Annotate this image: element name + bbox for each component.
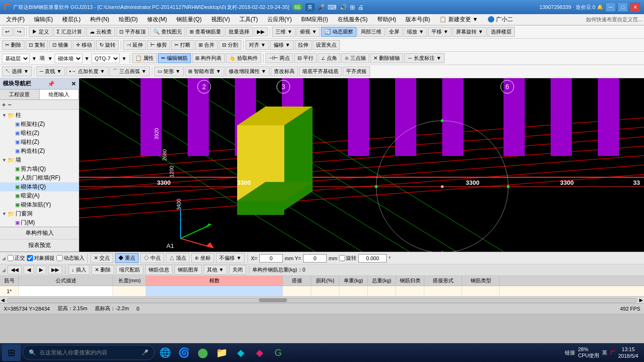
orthogonal-check[interactable]: 正交 bbox=[8, 255, 25, 262]
component-list-btn[interactable]: ⊞ 构件列表 bbox=[192, 53, 225, 63]
coord-btn[interactable]: ⊕ 坐标 bbox=[191, 253, 214, 263]
menu-online[interactable]: 在线服务(S) bbox=[333, 14, 372, 25]
screen-rotate-btn[interactable]: 屏幕旋转 ▼ bbox=[453, 27, 487, 37]
taskbar-app-app3[interactable]: G bbox=[270, 344, 287, 361]
tree-node-dark-col[interactable]: ▣ 暗柱(Z) bbox=[0, 129, 79, 138]
view-rebar-btn[interactable]: ⊞ 查看钢筋量 bbox=[186, 27, 224, 37]
insert-btn[interactable]: ↓ 插入 bbox=[68, 265, 90, 275]
dynamic-input-checkbox[interactable] bbox=[57, 255, 63, 261]
vertex-btn[interactable]: △ 顶点 bbox=[166, 253, 190, 263]
intersection-btn[interactable]: ✕ 交点 bbox=[91, 253, 113, 263]
sidebar-collapse-icon[interactable]: − bbox=[8, 101, 11, 108]
scale-rebar-btn[interactable]: 缩尺配筋 bbox=[116, 265, 143, 275]
rebar-table-row-1[interactable]: 1* bbox=[0, 286, 644, 296]
taskbar-search[interactable]: 🔍 在这里输入你要搜索的内容 🎤 bbox=[23, 345, 155, 360]
taskbar-app-edge[interactable]: 🌀 bbox=[175, 344, 192, 361]
cell-formula[interactable] bbox=[19, 286, 113, 296]
top-view-btn[interactable]: 俯视 ▼ bbox=[297, 27, 320, 37]
edit-rebar-btn[interactable]: ✏ 编辑钢筋 bbox=[158, 53, 191, 63]
tree-node-defense-wall[interactable]: ▣ 人防门框墙(RF) bbox=[0, 173, 79, 182]
menu-component[interactable]: 构件(N) bbox=[86, 14, 114, 25]
nav-first-btn[interactable]: ◀◀ bbox=[8, 265, 22, 274]
cloud-check-btn[interactable]: ☁ 云检查 bbox=[86, 27, 115, 37]
del-rebar-btn[interactable]: ✕ 删除 bbox=[91, 265, 114, 275]
flat-slab-btn[interactable]: 平齐虎板 bbox=[343, 66, 370, 76]
mirror-btn[interactable]: ⊡ 镜像 bbox=[49, 40, 72, 50]
property-btn[interactable]: 📋 属性 bbox=[132, 53, 157, 63]
scroll-track[interactable] bbox=[7, 298, 637, 303]
nav-last-btn[interactable]: ▶▶ bbox=[48, 265, 62, 274]
menu-floor[interactable]: 楼层(L) bbox=[58, 14, 85, 25]
menu-guangxiao[interactable]: 🔵 广小二 bbox=[483, 14, 517, 25]
menu-tools[interactable]: 工具(T) bbox=[235, 14, 262, 25]
wall-base-btn[interactable]: 墙底平齐基础底 bbox=[299, 66, 342, 76]
tree-node-end-col[interactable]: ▣ 端柱(Z) bbox=[0, 138, 79, 147]
modify-seg-btn[interactable]: 修改增段属性 ▼ bbox=[225, 66, 270, 76]
two-point-btn[interactable]: ⊣⊢ 两点 bbox=[265, 53, 293, 63]
sidebar-close-icon[interactable]: ✕ bbox=[71, 81, 76, 87]
delete-btn[interactable]: ✂ 删除 bbox=[2, 40, 25, 50]
pick-component-btn[interactable]: 👆 拾取构件 bbox=[226, 53, 261, 63]
sidebar-expand-icon[interactable]: + bbox=[2, 101, 6, 108]
stretch-btn[interactable]: 拉伸 bbox=[295, 40, 312, 50]
offset-btn[interactable]: 偏移 ▼ bbox=[270, 40, 294, 50]
three-point-axis-btn[interactable]: ⊙ 三点轴 bbox=[341, 53, 369, 63]
break-btn[interactable]: ✂ 打断 bbox=[171, 40, 194, 50]
menu-cloud[interactable]: 云应用(Y) bbox=[263, 14, 296, 25]
y-input[interactable] bbox=[303, 254, 327, 263]
tree-node-column[interactable]: ▼ 📁 柱 bbox=[0, 111, 79, 120]
dynamic-input-check[interactable]: 动态输入 bbox=[57, 255, 84, 262]
more-btn[interactable]: ▶▶ bbox=[254, 27, 268, 36]
tree-node-frame-col[interactable]: ▣ 框架柱(Z) bbox=[0, 120, 79, 129]
scroll-left-btn[interactable]: ◀ bbox=[0, 297, 6, 303]
tab-draw-input[interactable]: 绘图输入 bbox=[40, 90, 79, 99]
select-mode-btn[interactable]: ↖ 选择 ▼ bbox=[2, 66, 32, 76]
maximize-button[interactable]: □ bbox=[618, 2, 628, 12]
object-snap-checkbox[interactable] bbox=[27, 255, 33, 261]
rebar-info-btn[interactable]: 钢筋信息 bbox=[145, 265, 173, 275]
tree-node-masonry-wall[interactable]: ▣ 砌体墙(Q) bbox=[0, 182, 79, 191]
menu-new-change[interactable]: 📋 新建变更 ▼ bbox=[435, 14, 482, 25]
point-angle-btn[interactable]: ∠ 点角 bbox=[318, 53, 340, 63]
scroll-right-btn[interactable]: ▶ bbox=[638, 297, 644, 303]
tree-node-masonry-rebar[interactable]: ▣ 砌体加筋(Y) bbox=[0, 200, 79, 209]
tree-node-shear-wall[interactable]: ▣ 剪力墙(Q) bbox=[0, 165, 79, 173]
layer-select[interactable]: 基础层 bbox=[2, 54, 30, 63]
undo-btn[interactable]: ↩ bbox=[2, 27, 13, 36]
length-mark-btn[interactable]: ↔ 长度标注 ▼ bbox=[404, 53, 445, 63]
tree-node-dark-beam[interactable]: ▣ 暗梁(A) bbox=[0, 191, 79, 200]
object-snap-check[interactable]: 对象捕捉 bbox=[27, 255, 55, 262]
set-grip-btn[interactable]: 设置夹点 bbox=[313, 40, 340, 50]
other-rebar-btn[interactable]: 其他 ▼ bbox=[204, 265, 227, 275]
component-select[interactable]: QTQ-7 bbox=[91, 54, 120, 63]
tab-project-settings[interactable]: 工程设置 bbox=[0, 90, 40, 99]
rect-btn[interactable]: ▭ 矩形 ▼ bbox=[154, 66, 184, 76]
minimize-button[interactable]: ─ bbox=[605, 2, 616, 12]
arc-btn[interactable]: ⌒ 三点画弧 ▼ bbox=[109, 66, 150, 76]
orthogonal-checkbox[interactable] bbox=[8, 255, 14, 261]
menu-bim[interactable]: BIM应用(I) bbox=[297, 14, 332, 25]
point-length-btn[interactable]: •→ 点加长度 ▼ bbox=[66, 66, 108, 76]
pan-btn[interactable]: 平移 ▼ bbox=[428, 27, 452, 37]
menu-modify[interactable]: 修改(M) bbox=[143, 14, 171, 25]
midpoint-btn[interactable]: ◆ 重点 bbox=[115, 253, 139, 263]
tree-node-door[interactable]: ▣ 门(M) bbox=[0, 218, 79, 227]
split-btn[interactable]: ⊟ 分割 bbox=[219, 40, 241, 50]
menu-edit[interactable]: 编辑(E) bbox=[30, 14, 57, 25]
rotate-btn[interactable]: ↻ 旋转 bbox=[96, 40, 119, 50]
sidebar-pin-icon[interactable]: 📌 bbox=[48, 81, 55, 87]
single-component-input-btn[interactable]: 单构件输入 bbox=[0, 227, 79, 239]
taskbar-app-ie[interactable]: 🌐 bbox=[157, 344, 173, 361]
report-preview-btn[interactable]: 报表预览 bbox=[0, 239, 79, 252]
horizontal-scrollbar[interactable]: ◀ ▶ bbox=[0, 296, 644, 303]
partial-3d-btn[interactable]: 局部三维 bbox=[357, 27, 385, 37]
parallel-btn[interactable]: ⊟ 平行 bbox=[294, 53, 317, 63]
nav-next-btn[interactable]: ▶ bbox=[36, 265, 46, 274]
menu-draw[interactable]: 绘图(D) bbox=[115, 14, 142, 25]
taskbar-app-app1[interactable]: ◆ bbox=[232, 344, 249, 361]
check-elev-btn[interactable]: 查改标高 bbox=[271, 66, 298, 76]
smart-layout-btn[interactable]: ⊞ 智能布置 ▼ bbox=[185, 66, 224, 76]
select-floor-btn[interactable]: 选择楼层 bbox=[487, 27, 515, 37]
menu-rebar-qty[interactable]: 钢筋量(Q) bbox=[172, 14, 206, 25]
rotate-checkbox[interactable] bbox=[339, 255, 345, 261]
